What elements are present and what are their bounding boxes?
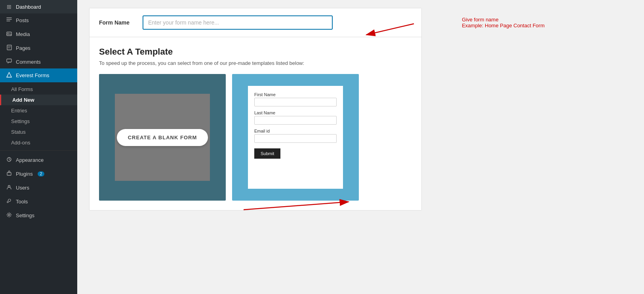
contact-form-preview: First Name Last Name Email id bbox=[248, 86, 343, 189]
preview-first-name-label: First Name bbox=[254, 92, 337, 97]
sidebar-item-entries[interactable]: Entries bbox=[0, 105, 77, 116]
sidebar-item-all-forms[interactable]: All Forms bbox=[0, 84, 77, 95]
preview-email-label: Email id bbox=[254, 129, 337, 133]
templates-grid: CREATE A BLANK FORM First Name Last Name bbox=[99, 74, 412, 201]
sidebar-item-settings[interactable]: Settings bbox=[0, 116, 77, 127]
pages-icon bbox=[6, 45, 13, 51]
preview-first-name-field: First Name bbox=[254, 92, 337, 106]
sidebar-item-pages[interactable]: Pages bbox=[0, 41, 77, 55]
settings-icon bbox=[6, 212, 13, 219]
media-icon bbox=[6, 31, 13, 38]
template-description: To speed up the process, you can select … bbox=[99, 60, 412, 66]
template-title: Select A Template bbox=[99, 47, 412, 57]
sidebar-item-comments[interactable]: Comments bbox=[0, 55, 77, 68]
svg-rect-6 bbox=[7, 173, 11, 175]
preview-first-name-input bbox=[254, 98, 337, 106]
preview-last-name-field: Last Name bbox=[254, 110, 337, 125]
sidebar-item-posts[interactable]: Posts bbox=[0, 13, 77, 27]
form-name-label: Form Name bbox=[99, 19, 135, 26]
preview-email-input bbox=[254, 134, 337, 143]
preview-email-field: Email id bbox=[254, 129, 337, 143]
contact-form-card[interactable]: First Name Last Name Email id bbox=[232, 74, 359, 201]
sidebar-item-status[interactable]: Status bbox=[0, 127, 77, 137]
appearance-icon bbox=[6, 157, 13, 163]
sidebar-item-settings2[interactable]: Settings bbox=[0, 209, 77, 222]
sidebar-item-add-new[interactable]: Add New bbox=[0, 95, 77, 105]
blank-form-card[interactable]: CREATE A BLANK FORM bbox=[99, 74, 226, 201]
plugins-badge: 2 bbox=[38, 171, 45, 176]
preview-submit-button: Submit bbox=[254, 148, 280, 159]
blank-form-inner: CREATE A BLANK FORM bbox=[115, 94, 210, 181]
preview-last-name-input bbox=[254, 116, 337, 125]
svg-marker-4 bbox=[7, 72, 11, 77]
everest-forms-icon bbox=[6, 72, 13, 79]
comments-icon bbox=[6, 59, 13, 65]
sidebar-item-everest-forms[interactable]: Everest Forms bbox=[0, 68, 77, 82]
create-blank-form-button[interactable]: CREATE A BLANK FORM bbox=[117, 129, 208, 146]
tools-icon bbox=[6, 198, 13, 205]
sidebar-item-dashboard[interactable]: ⊞ Dashboard bbox=[0, 0, 77, 13]
users-icon bbox=[6, 184, 13, 191]
sidebar-item-appearance[interactable]: Appearance bbox=[0, 153, 77, 167]
content-wrapper: Form Name Select A Template To speed up … bbox=[89, 8, 446, 211]
template-section: Select A Template To speed up the proces… bbox=[90, 37, 421, 210]
svg-rect-2 bbox=[7, 45, 11, 50]
svg-point-8 bbox=[8, 214, 10, 216]
form-name-input[interactable] bbox=[143, 15, 333, 30]
posts-icon bbox=[6, 17, 13, 24]
main-content: Form Name Select A Template To speed up … bbox=[77, 0, 644, 294]
plugins-icon bbox=[6, 171, 13, 177]
annotation-give-form-name: Give form name Example: Home Page Contac… bbox=[462, 17, 545, 28]
svg-rect-3 bbox=[7, 59, 11, 62]
sidebar: ⊞ Dashboard Posts Media Pages Comments E… bbox=[0, 0, 77, 294]
preview-last-name-label: Last Name bbox=[254, 110, 337, 115]
main-card: Form Name Select A Template To speed up … bbox=[89, 8, 422, 211]
dashboard-icon: ⊞ bbox=[6, 4, 13, 10]
sidebar-item-plugins[interactable]: Plugins 2 bbox=[0, 167, 77, 181]
sidebar-item-add-ons[interactable]: Add-ons bbox=[0, 137, 77, 148]
everest-forms-submenu: All Forms Add New Entries Settings Statu… bbox=[0, 84, 77, 148]
sidebar-item-media[interactable]: Media bbox=[0, 27, 77, 41]
form-name-row: Form Name bbox=[90, 8, 421, 37]
sidebar-item-users[interactable]: Users bbox=[0, 181, 77, 195]
sidebar-item-tools[interactable]: Tools bbox=[0, 195, 77, 209]
